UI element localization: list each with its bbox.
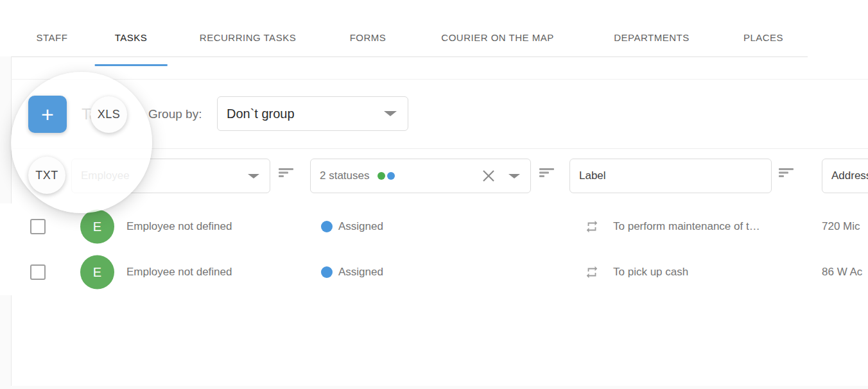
employee-cell: Employee not defined: [126, 220, 232, 233]
sort-label-button[interactable]: [779, 168, 794, 178]
fab-menu-overlay: [11, 72, 152, 213]
sort-icon: [539, 168, 555, 178]
address-cell: 86 W Ac: [822, 266, 862, 279]
tab-places[interactable]: PLACES: [724, 0, 803, 65]
close-icon: [482, 169, 496, 183]
repeat-icon: [585, 220, 599, 234]
tab-departments[interactable]: DEPARTMENTS: [594, 0, 709, 65]
chevron-down-icon[interactable]: [508, 174, 520, 178]
employee-cell: Employee not defined: [126, 266, 232, 279]
address-filter-placeholder: Address: [831, 169, 868, 182]
task-label-cell: To pick up cash: [613, 266, 688, 279]
main-tab-bar: STAFF TASKS RECURRING TASKS FORMS COURIE…: [11, 0, 808, 57]
sort-icon: [779, 168, 794, 178]
status-cell: Assigned: [338, 220, 383, 233]
divider: [11, 79, 868, 80]
sort-status-button[interactable]: [539, 168, 555, 178]
chevron-down-icon[interactable]: [248, 174, 259, 178]
label-filter-placeholder: Label: [579, 169, 606, 182]
row-checkbox[interactable]: [30, 264, 46, 280]
export-xls-button[interactable]: XLS: [91, 96, 127, 133]
page-bottom-strip: [0, 386, 868, 389]
status-green-dot: [378, 172, 385, 180]
status-cell: Assigned: [338, 266, 383, 279]
statuses-filter[interactable]: 2 statuses: [310, 159, 531, 193]
address-cell: 720 Mic: [822, 220, 860, 233]
repeat-icon: [585, 265, 599, 279]
avatar: E: [80, 209, 114, 243]
label-filter-input[interactable]: Label: [569, 159, 772, 193]
sort-icon: [279, 168, 294, 178]
task-row[interactable]: E Employee not defined Assigned To perfo…: [0, 203, 868, 249]
row-checkbox[interactable]: [30, 219, 46, 234]
status-dot: [321, 221, 333, 232]
tab-staff[interactable]: STAFF: [17, 0, 88, 65]
task-row[interactable]: E Employee not defined Assigned To pick …: [0, 249, 868, 295]
task-label-cell: To perform maintenance of t…: [613, 220, 760, 233]
statuses-filter-value: 2 statuses: [320, 169, 370, 182]
status-dots: [378, 172, 395, 180]
tasks-page: STAFF TASKS RECURRING TASKS FORMS COURIE…: [0, 0, 868, 389]
tab-courier-on-the-map[interactable]: COURIER ON THE MAP: [421, 0, 573, 65]
tab-tasks[interactable]: TASKS: [95, 0, 168, 65]
group-by-label: Group by:: [148, 107, 202, 121]
avatar: E: [80, 255, 114, 290]
status-dot: [321, 266, 333, 278]
group-by-value: Don`t group: [227, 107, 295, 121]
clear-statuses-button[interactable]: [482, 169, 496, 183]
sort-employee-button[interactable]: [279, 168, 294, 178]
status-blue-dot: [387, 172, 395, 180]
add-task-button[interactable]: +: [28, 96, 67, 133]
tab-forms[interactable]: FORMS: [330, 0, 406, 65]
group-by-select[interactable]: Don`t group: [217, 96, 408, 131]
address-filter-input[interactable]: Address: [822, 159, 868, 193]
chevron-down-icon: [384, 111, 397, 116]
export-txt-button[interactable]: TXT: [28, 157, 65, 194]
tab-recurring-tasks[interactable]: RECURRING TASKS: [180, 0, 316, 65]
